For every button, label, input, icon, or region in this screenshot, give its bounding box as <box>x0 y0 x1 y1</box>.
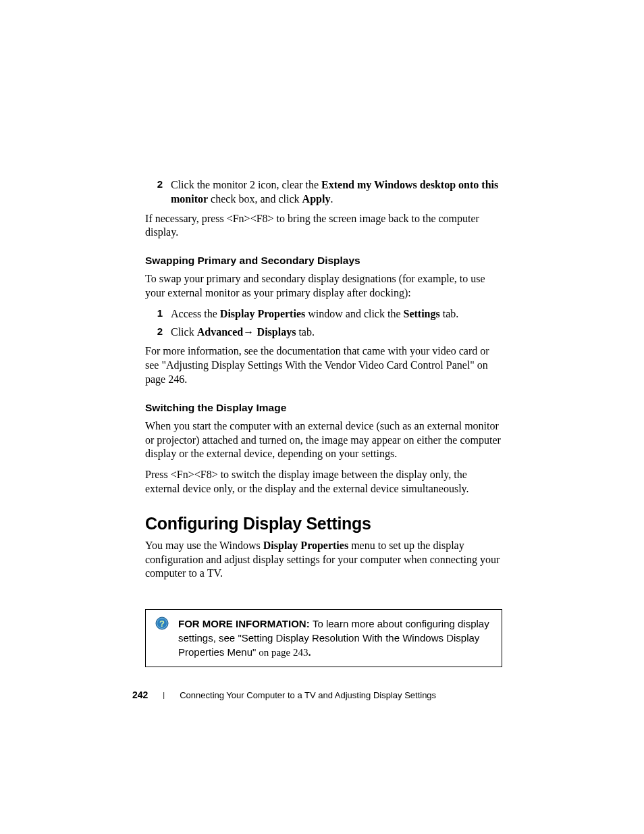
bold-text: Apply <box>302 193 331 205</box>
bold-text: Display Properties <box>220 308 305 319</box>
page-content: 2 Click the monitor 2 icon, clear the Ex… <box>0 0 644 667</box>
footer-title: Connecting Your Computer to a TV and Adj… <box>180 690 436 700</box>
step-body: Access the Display Properties window and… <box>171 307 502 321</box>
arrow-icon: → <box>243 326 257 338</box>
text: . <box>330 193 333 205</box>
text: tab. <box>440 308 459 319</box>
bold-text: Display Properties <box>263 540 348 551</box>
info-label: FOR MORE INFORMATION: <box>178 618 313 629</box>
paragraph: If necessary, press <Fn><F8> to bring th… <box>145 212 502 240</box>
bold-text: Advanced <box>197 326 243 338</box>
heading-configuring-display-settings: Configuring Display Settings <box>145 514 502 533</box>
question-mark-icon: ? <box>155 617 169 630</box>
text: Access the <box>171 308 220 319</box>
text: Click <box>171 326 197 338</box>
list-item-step-2: 2 Click the monitor 2 icon, clear the Ex… <box>145 178 502 207</box>
list-item-step-2: 2 Click Advanced→ Displays tab. <box>145 325 502 340</box>
list-item-step-1: 1 Access the Display Properties window a… <box>145 307 502 321</box>
text: . <box>308 646 311 658</box>
bold-text: Settings <box>404 308 440 319</box>
page-reference: on page 243 <box>256 647 308 658</box>
text: tab. <box>296 326 315 338</box>
text: Click the monitor 2 icon, clear the <box>171 179 321 190</box>
page-number: 242 <box>132 689 148 700</box>
step-number: 1 <box>145 307 171 321</box>
paragraph: To swap your primary and secondary displ… <box>145 272 502 301</box>
bold-text: Displays <box>257 326 296 338</box>
step-body: Click the monitor 2 icon, clear the Exte… <box>171 178 502 207</box>
text: window and click the <box>305 308 403 319</box>
paragraph: When you start the computer with an exte… <box>145 419 502 461</box>
info-box: ? FOR MORE INFORMATION: To learn more ab… <box>145 609 502 667</box>
paragraph: Press <Fn><F8> to switch the display ima… <box>145 468 502 496</box>
separator-icon: | <box>163 691 165 699</box>
text: You may use the Windows <box>145 540 263 551</box>
svg-text:?: ? <box>159 619 165 629</box>
step-body: Click Advanced→ Displays tab. <box>171 325 502 340</box>
paragraph: For more information, see the documentat… <box>145 344 502 386</box>
step-number: 2 <box>145 325 171 340</box>
step-number: 2 <box>145 178 171 207</box>
heading-swapping-displays: Swapping Primary and Secondary Displays <box>145 255 502 267</box>
paragraph: You may use the Windows Display Properti… <box>145 539 502 581</box>
text: check box, and click <box>208 193 302 205</box>
page-footer: 242 | Connecting Your Computer to a TV a… <box>132 689 436 700</box>
heading-switching-image: Switching the Display Image <box>145 402 502 414</box>
